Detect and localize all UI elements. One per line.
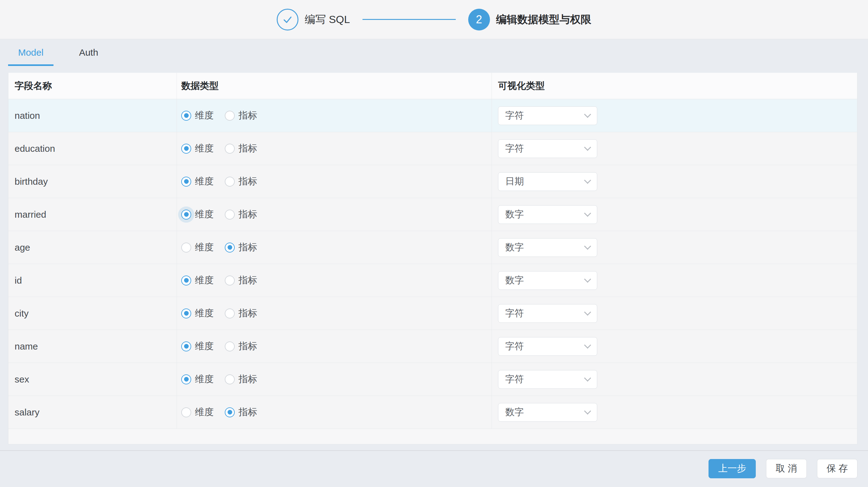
metric-radio[interactable] [225,276,235,285]
viz-type-select[interactable]: 数字 [498,271,597,290]
viz-type-select[interactable]: 字符 [498,337,597,356]
table-row: birthday维度指标日期 [8,165,857,198]
metric-radio[interactable] [225,308,235,318]
tab-model[interactable]: Model [8,39,54,66]
dimension-radio-label[interactable]: 维度 [195,406,214,419]
tab-auth[interactable]: Auth [66,39,111,66]
cancel-button[interactable]: 取 消 [766,459,806,478]
metric-radio[interactable] [225,210,235,219]
header-field-name: 字段名称 [8,73,177,99]
dimension-radio-item: 维度 [181,373,214,386]
viz-type-select[interactable]: 日期 [498,172,597,191]
field-name: birthday [14,176,48,187]
data-type-radio-group: 维度指标 [181,274,268,287]
dimension-radio-label[interactable]: 维度 [195,109,214,122]
metric-radio[interactable] [225,341,235,352]
viz-type-value: 数字 [505,241,524,254]
chevron-down-icon [584,374,591,382]
dimension-radio[interactable] [181,144,191,154]
dimension-radio-label[interactable]: 维度 [195,208,214,221]
chevron-down-icon [584,210,591,217]
dimension-radio-item: 维度 [181,274,214,287]
dimension-radio[interactable] [181,407,191,417]
metric-radio[interactable] [225,144,235,154]
dimension-radio-label[interactable]: 维度 [195,307,214,320]
table-header-row: 字段名称 数据类型 可视化类型 [8,73,857,99]
dimension-radio-item: 维度 [181,208,214,221]
table-row: city维度指标字符 [8,297,857,330]
metric-radio-label[interactable]: 指标 [239,274,257,287]
metric-radio-label[interactable]: 指标 [239,406,257,419]
viz-type-select[interactable]: 字符 [498,304,597,323]
viz-type-select[interactable]: 数字 [498,238,597,257]
viz-type-select[interactable]: 字符 [498,139,597,158]
viz-type-value: 数字 [505,208,524,221]
chevron-down-icon [584,308,591,316]
footer-gap [0,445,868,450]
dimension-radio[interactable] [181,210,191,219]
field-name: age [14,242,30,253]
metric-radio-label[interactable]: 指标 [239,142,257,155]
data-type-radio-group: 维度指标 [181,241,268,254]
save-button[interactable]: 保 存 [817,459,858,478]
dimension-radio-label[interactable]: 维度 [195,142,214,155]
chevron-down-icon [584,243,591,250]
metric-radio-item: 指标 [225,373,257,386]
field-model-table: 字段名称 数据类型 可视化类型 nation维度指标字符education维度指… [8,73,858,445]
metric-radio-item: 指标 [225,307,257,320]
dimension-radio-item: 维度 [181,142,214,155]
metric-radio[interactable] [225,374,235,384]
dimension-radio[interactable] [181,308,191,318]
dimension-radio-label[interactable]: 维度 [195,241,214,254]
dimension-radio-label[interactable]: 维度 [195,373,214,386]
step-2-label: 编辑数据模型与权限 [496,12,591,27]
field-name: city [14,308,29,319]
dimension-radio[interactable] [181,243,191,252]
table-row: education维度指标字符 [8,132,857,165]
metric-radio-label[interactable]: 指标 [239,208,257,221]
metric-radio[interactable] [225,407,235,417]
step-1: 编写 SQL [277,9,350,30]
metric-radio[interactable] [225,177,235,187]
data-type-radio-group: 维度指标 [181,340,268,353]
data-type-radio-group: 维度指标 [181,175,268,188]
dimension-radio[interactable] [181,276,191,285]
viz-type-select[interactable]: 数字 [498,205,597,224]
viz-type-value: 字符 [505,373,524,386]
metric-radio-label[interactable]: 指标 [239,373,257,386]
dimension-radio[interactable] [181,374,191,384]
dimension-radio[interactable] [181,341,191,352]
table-row: name维度指标字符 [8,330,857,363]
chevron-down-icon [584,407,591,415]
field-name: salary [14,407,39,418]
dimension-radio-label[interactable]: 维度 [195,340,214,353]
metric-radio-label[interactable]: 指标 [239,175,257,188]
metric-radio-item: 指标 [225,274,257,287]
dimension-radio[interactable] [181,111,191,121]
dimension-radio-item: 维度 [181,241,214,254]
metric-radio-label[interactable]: 指标 [239,109,257,122]
dimension-radio-label[interactable]: 维度 [195,274,214,287]
metric-radio[interactable] [225,111,235,121]
metric-radio-item: 指标 [225,142,257,155]
viz-type-value: 日期 [505,175,524,188]
metric-radio-label[interactable]: 指标 [239,307,257,320]
step-1-label: 编写 SQL [305,12,350,27]
header-data-type: 数据类型 [177,73,492,99]
table-row: married维度指标数字 [8,198,857,231]
step-2-number: 2 [476,13,482,26]
dimension-radio-label[interactable]: 维度 [195,175,214,188]
stepper-bar: 编写 SQL 2 编辑数据模型与权限 [0,0,868,39]
field-name: education [14,143,55,154]
metric-radio-label[interactable]: 指标 [239,340,257,353]
table-row: salary维度指标数字 [8,396,857,429]
metric-radio-label[interactable]: 指标 [239,241,257,254]
footer-action-bar: 上一步 取 消 保 存 [0,451,868,486]
viz-type-select[interactable]: 字符 [498,106,597,125]
metric-radio[interactable] [225,243,235,252]
viz-type-select[interactable]: 数字 [498,403,597,422]
dimension-radio[interactable] [181,177,191,187]
previous-step-button[interactable]: 上一步 [709,459,756,478]
data-type-radio-group: 维度指标 [181,307,268,320]
viz-type-select[interactable]: 字符 [498,370,597,389]
